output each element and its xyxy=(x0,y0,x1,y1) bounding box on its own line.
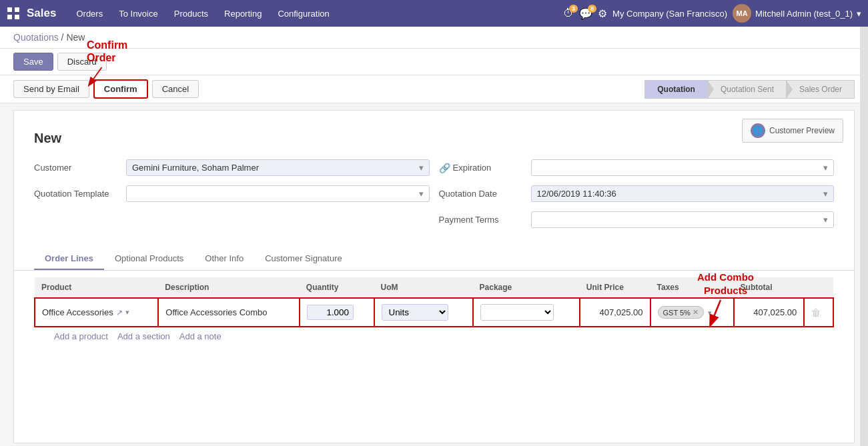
menu-orders[interactable]: Orders xyxy=(69,6,109,21)
svg-rect-0 xyxy=(7,7,12,12)
payment-terms-input[interactable]: ▾ xyxy=(531,211,835,228)
customer-input[interactable]: Gemini Furniture, Soham Palmer ▾ xyxy=(126,159,430,176)
status-bar: Quotation Quotation Sent Sales Order xyxy=(644,80,855,99)
svg-rect-3 xyxy=(15,15,19,19)
status-quotation[interactable]: Quotation xyxy=(644,80,708,99)
col-package: Package xyxy=(473,277,580,298)
user-menu[interactable]: MA Mitchell Admin (test_0_1) ▾ xyxy=(733,4,861,23)
activity-icon[interactable]: ⏱ 3 xyxy=(563,7,574,19)
menu-to-invoice[interactable]: To Invoice xyxy=(112,6,165,21)
top-menu: Orders To Invoice Products Reporting Con… xyxy=(69,6,563,21)
col-taxes: Taxes xyxy=(650,277,734,298)
uom-select[interactable]: Units xyxy=(382,304,448,321)
app-grid-icon[interactable] xyxy=(7,7,20,20)
save-discard-bar: Save Discard xyxy=(0,49,868,75)
payment-terms-field-group: Payment Terms ▾ xyxy=(439,211,835,228)
payment-dropdown-icon: ▾ xyxy=(823,215,828,225)
date-dropdown-icon: ▾ xyxy=(823,189,828,199)
product-cell: Office Accessories ↗ ▾ xyxy=(35,298,158,327)
quotation-date-input[interactable]: 12/06/2019 11:40:36 ▾ xyxy=(531,185,835,202)
topnav-right: ⏱ 3 💬 8 ⚙ My Company (San Francisco) MA … xyxy=(563,4,861,23)
scrollbar[interactable] xyxy=(860,27,868,446)
quotation-template-label: Quotation Template xyxy=(34,189,121,199)
quotation-template-input[interactable]: ▾ xyxy=(126,185,430,202)
order-lines-table: Product Description Quantity UoM Package… xyxy=(34,277,834,327)
row-delete-cell: 🗑 xyxy=(804,298,833,327)
settings-icon[interactable]: ⚙ xyxy=(598,7,607,20)
expiration-input[interactable]: ▾ xyxy=(531,159,835,176)
product-external-link-icon[interactable]: ↗ xyxy=(116,308,123,317)
quantity-cell xyxy=(300,298,374,327)
table-row: Office Accessories ↗ ▾ Office Accessorie… xyxy=(35,298,833,327)
package-select[interactable] xyxy=(480,304,554,321)
product-dropdown-icon[interactable]: ▾ xyxy=(125,308,129,317)
main-content: 🌐 Customer Preview New Customer Gemini F… xyxy=(0,103,868,446)
order-lines-section: Add ComboProducts Product Description Qu… xyxy=(14,277,854,348)
cancel-button[interactable]: Cancel xyxy=(152,80,199,98)
customer-preview-button[interactable]: 🌐 Customer Preview xyxy=(742,119,843,143)
description-cell[interactable]: Office Accessories Combo xyxy=(158,298,299,327)
form-fields: Customer Gemini Furniture, Soham Palmer … xyxy=(14,159,854,241)
svg-rect-1 xyxy=(15,7,19,12)
breadcrumb-parent[interactable]: Quotations xyxy=(13,32,59,43)
company-selector[interactable]: My Company (San Francisco) xyxy=(612,9,727,19)
quantity-input[interactable] xyxy=(307,305,354,320)
tab-customer-signature[interactable]: Customer Signature xyxy=(254,248,353,270)
taxes-dropdown-icon[interactable]: ▾ xyxy=(708,309,712,317)
status-quotation-sent[interactable]: Quotation Sent xyxy=(708,80,787,99)
col-uom: UoM xyxy=(374,277,473,298)
tax-remove-icon[interactable]: ✕ xyxy=(693,308,699,317)
customer-preview-label: Customer Preview xyxy=(769,126,835,135)
row-delete-icon[interactable]: 🗑 xyxy=(811,307,821,318)
unit-price-cell[interactable]: 407,025.00 xyxy=(580,298,650,327)
menu-products[interactable]: Products xyxy=(167,6,215,21)
user-dropdown-icon: ▾ xyxy=(857,9,861,19)
table-header-row: Product Description Quantity UoM Package… xyxy=(35,277,833,298)
tax-badge: GST 5% ✕ xyxy=(658,306,704,319)
expiration-field-group: 🔗 Expiration ▾ xyxy=(439,159,835,176)
tabs-bar: Order Lines Optional Products Other Info… xyxy=(14,248,854,271)
tab-optional-products[interactable]: Optional Products xyxy=(104,248,194,270)
tax-label: GST 5% xyxy=(663,309,691,317)
status-sales-order[interactable]: Sales Order xyxy=(787,80,855,99)
avatar: MA xyxy=(733,4,751,23)
breadcrumb: Quotations / New xyxy=(0,27,868,49)
menu-configuration[interactable]: Configuration xyxy=(271,6,336,21)
col-unit-price: Unit Price xyxy=(580,277,650,298)
uom-cell: Units xyxy=(374,298,473,327)
svg-rect-2 xyxy=(7,15,12,19)
add-product-link[interactable]: Add a product xyxy=(54,331,108,341)
quotation-date-field-group: Quotation Date 12/06/2019 11:40:36 ▾ xyxy=(439,185,835,202)
add-note-link[interactable]: Add a note xyxy=(179,331,222,341)
breadcrumb-current: New xyxy=(66,32,85,43)
app-name: Sales xyxy=(27,7,56,20)
confirm-button[interactable]: Confirm xyxy=(93,79,148,99)
subtotal-cell: 407,025.00 xyxy=(734,298,805,327)
send-email-button[interactable]: Send by Email xyxy=(13,80,89,98)
product-name[interactable]: Office Accessories xyxy=(42,307,113,317)
messages-icon[interactable]: 💬 8 xyxy=(579,7,592,20)
tab-order-lines[interactable]: Order Lines xyxy=(34,248,104,270)
tab-other-info[interactable]: Other Info xyxy=(194,248,254,270)
activity-badge: 3 xyxy=(569,5,578,13)
globe-icon: 🌐 xyxy=(751,123,765,138)
col-actions xyxy=(804,277,833,298)
menu-reporting[interactable]: Reporting xyxy=(218,6,268,21)
discard-button[interactable]: Discard xyxy=(57,53,107,71)
expiration-label: 🔗 Expiration xyxy=(439,163,526,173)
table-actions: Add a product Add a section Add a note xyxy=(34,327,834,348)
customer-label: Customer xyxy=(34,163,121,173)
taxes-cell: GST 5% ✕ ▾ xyxy=(650,298,734,327)
save-button[interactable]: Save xyxy=(13,53,53,71)
expiration-dropdown-icon: ▾ xyxy=(823,163,828,173)
col-quantity: Quantity xyxy=(300,277,374,298)
quotation-template-field-group: Quotation Template ▾ xyxy=(34,185,430,202)
action-bar: ConfirmOrder Send by Email Confirm Cance… xyxy=(0,75,868,103)
package-cell xyxy=(473,298,580,327)
add-section-link[interactable]: Add a section xyxy=(117,331,170,341)
form-area: 🌐 Customer Preview New Customer Gemini F… xyxy=(13,110,855,443)
customer-dropdown-icon: ▾ xyxy=(419,163,424,173)
col-subtotal: Subtotal xyxy=(734,277,805,298)
customer-field-group: Customer Gemini Furniture, Soham Palmer … xyxy=(34,159,430,176)
col-description: Description xyxy=(158,277,299,298)
